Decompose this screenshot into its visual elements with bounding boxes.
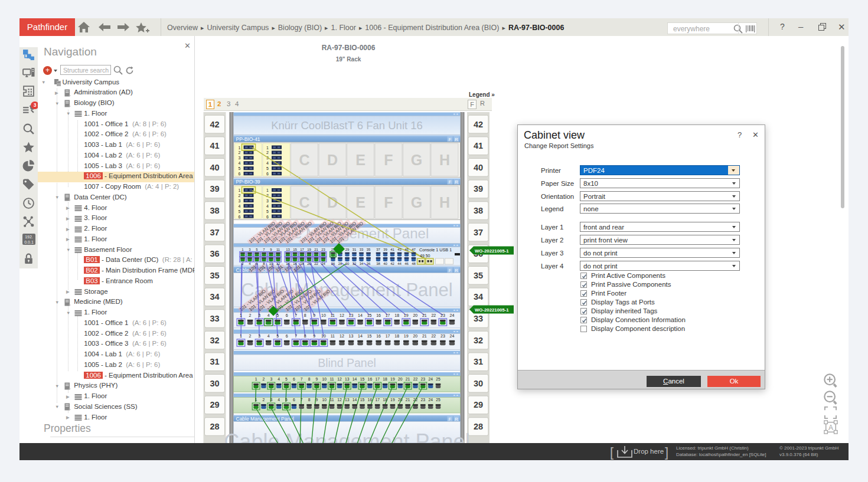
svg-text:A: A: [828, 424, 833, 432]
